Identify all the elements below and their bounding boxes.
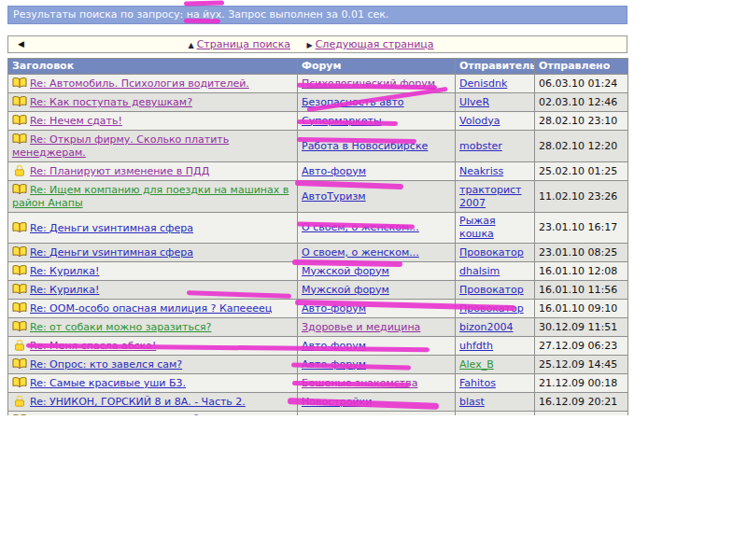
forum-cell: Психологический форум — [298, 75, 456, 93]
forum-link[interactable]: Здоровье и медицина — [302, 321, 420, 333]
title-cell: Re: Деньги vsинтимная сфера — [8, 244, 298, 262]
search-page-link[interactable]: Страница поиска — [197, 38, 290, 50]
sender-link[interactable]: Рыжая кошка — [459, 215, 496, 240]
topic-link[interactable]: Re: Курилка! — [30, 265, 99, 277]
forum-cell: Авто-форум — [298, 300, 456, 318]
forum-cell: Безопасность авто — [298, 93, 456, 112]
sent-date: 11.02.10 23:26 — [535, 181, 628, 213]
table-row: Re: Самые красивые уши Б3.Бешеные знаком… — [8, 374, 628, 393]
title-cell: Re: Ищем компанию для поездки на машинах… — [8, 181, 298, 213]
forum-link[interactable]: Авто-форум — [302, 165, 366, 177]
sender-link[interactable]: bizon2004 — [459, 321, 514, 333]
topic-link[interactable]: Re: Деньги vsинтимная сфера — [30, 222, 193, 234]
forum-link[interactable]: Мужской форум — [302, 265, 389, 277]
topic-link[interactable]: Re: от собаки можно заразиться? — [30, 321, 211, 333]
topic-link[interactable]: Re: Курилка! — [30, 284, 99, 296]
open-book-icon — [12, 221, 27, 233]
open-book-icon — [12, 283, 27, 295]
sender-cell: zEvSSS — [456, 412, 535, 416]
forum-link[interactable]: Психологический форум — [302, 77, 435, 90]
topic-link[interactable]: Re: Автомобиль. Психология водителей. — [30, 77, 249, 90]
open-book-icon — [12, 264, 27, 276]
table-row: Re: Как поступать девушкам?Безопасность … — [8, 93, 628, 112]
sent-date: 16.01.10 12:08 — [535, 262, 628, 281]
sender-link[interactable]: Volodya — [459, 115, 500, 127]
sender-link[interactable]: Fahitos — [459, 377, 496, 389]
forum-cell: Авто-форум — [298, 412, 456, 416]
next-page-link[interactable]: Следующая страница — [316, 38, 434, 50]
sent-date: 27.12.09 06:23 — [535, 337, 628, 356]
sent-date: 06.03.10 01:24 — [535, 75, 628, 93]
up-triangle-icon: ▲ — [188, 41, 193, 49]
sent-date: 25.02.10 01:25 — [535, 162, 628, 181]
sender-link[interactable]: Провокатор — [459, 284, 524, 296]
forum-link[interactable]: Бешеные знакомства — [302, 377, 417, 389]
sender-cell: Провокатор — [456, 281, 535, 300]
sender-link[interactable]: blast — [459, 396, 485, 408]
topic-link[interactable]: Re: УНИКОН, ГОРСКИЙ 8 и 8А. - Часть 2. — [30, 396, 246, 408]
title-cell: Re: от собаки можно заразиться? — [8, 318, 298, 337]
forum-link[interactable]: Авто-форум — [302, 414, 366, 416]
forum-link[interactable]: Авто-форум — [302, 302, 366, 315]
forum-link[interactable]: Авто-форум — [302, 358, 366, 371]
sender-cell: Denisdnk — [456, 75, 535, 93]
sender-link[interactable]: zEvSSS — [459, 414, 497, 416]
table-row: Re: ЛЕКСУС RX 300 ПОСОВЕТУЙТЕАвто-форумz… — [8, 412, 628, 416]
forum-link[interactable]: Авто-форум — [302, 340, 366, 352]
topic-link[interactable]: Re: Деньги vsинтимная сфера — [30, 246, 193, 259]
sent-date: 28.02.10 12:20 — [535, 131, 628, 162]
header-forum: Форум — [298, 59, 456, 75]
sender-link[interactable]: Провокатор — [459, 302, 524, 315]
sender-link[interactable]: dhalsim — [459, 265, 500, 277]
topic-link[interactable]: Re: Меня спасла абска! — [30, 340, 156, 352]
sender-link[interactable]: Denisdnk — [459, 77, 507, 90]
table-row: Re: Деньги vsинтимная сфераО своем, о же… — [8, 213, 628, 244]
sender-link[interactable]: Neakriss — [459, 165, 503, 177]
topic-link[interactable]: Re: ООМ-особо опасная милиция ? Капеееец — [30, 302, 272, 315]
topic-link[interactable]: Re: Как поступать девушкам? — [30, 96, 192, 108]
sender-link[interactable]: uhfdth — [459, 340, 493, 352]
forum-link[interactable]: Мужской форум — [302, 284, 389, 296]
forum-cell: Авто-форум — [298, 162, 456, 181]
sender-cell: Neakriss — [456, 162, 535, 181]
sent-date: 25.12.09 14:45 — [535, 356, 628, 374]
forum-link[interactable]: АвтоТуризм — [302, 190, 366, 203]
forum-link[interactable]: Безопасность авто — [302, 96, 404, 108]
topic-link[interactable]: Re: Открыл фирму. Сколько платить менедж… — [12, 133, 229, 159]
sender-link[interactable]: UlveR — [459, 96, 489, 108]
sender-cell: тракторист 2007 — [456, 181, 535, 213]
topic-link[interactable]: Re: Самые красивые уши Б3. — [30, 377, 186, 389]
sender-link[interactable]: mobster — [459, 140, 502, 152]
sender-link[interactable]: Alex_B — [459, 358, 494, 371]
forum-link[interactable]: Новостройки — [302, 396, 372, 408]
forum-link[interactable]: О своем, о женском... — [302, 221, 419, 233]
open-book-icon — [12, 95, 27, 107]
forum-link[interactable]: Работа в Новосибирске — [302, 140, 428, 152]
topic-link[interactable]: Re: Планируют изменение в ПДД — [30, 165, 209, 177]
sender-cell: Провокатор — [456, 244, 535, 262]
sender-link[interactable]: тракторист 2007 — [459, 184, 522, 209]
sent-date: 30.12.09 11:51 — [535, 318, 628, 337]
topic-link[interactable]: Re: ЛЕКСУС RX 300 ПОСОВЕТУЙТЕ — [30, 414, 213, 415]
topic-link[interactable]: Re: Опрос: кто завелся сам? — [30, 358, 182, 371]
forum-link[interactable]: Супермаркеты — [302, 115, 382, 127]
table-row: Re: Курилка!Мужской форумdhalsim16.01.10… — [8, 262, 628, 281]
sender-cell: Volodya — [456, 112, 535, 131]
topic-link[interactable]: Re: Нечем сдать! — [30, 115, 122, 127]
sender-link[interactable]: Провокатор — [459, 246, 524, 259]
forum-link[interactable]: О своем, о женском... — [302, 246, 419, 259]
forum-cell: О своем, о женском... — [298, 213, 456, 244]
back-arrow-icon[interactable]: ◀ — [18, 36, 24, 52]
open-book-icon — [12, 413, 27, 415]
forum-cell: Мужской форум — [298, 262, 456, 281]
sender-cell: blast — [456, 393, 535, 412]
title-cell: Re: Курилка! — [8, 281, 298, 300]
title-cell: Re: Самые красивые уши Б3. — [8, 374, 298, 393]
title-cell: Re: Открыл фирму. Сколько платить менедж… — [8, 131, 298, 162]
title-cell: Re: УНИКОН, ГОРСКИЙ 8 и 8А. - Часть 2. — [8, 393, 298, 412]
sender-cell: mobster — [456, 131, 535, 162]
pagination-bar: ◀ ▲Страница поиска ▶Следующая страница — [7, 35, 627, 53]
topic-link[interactable]: Re: Ищем компанию для поездки на машинах… — [12, 184, 289, 209]
open-book-icon — [12, 357, 27, 370]
sender-cell: Рыжая кошка — [456, 213, 535, 244]
